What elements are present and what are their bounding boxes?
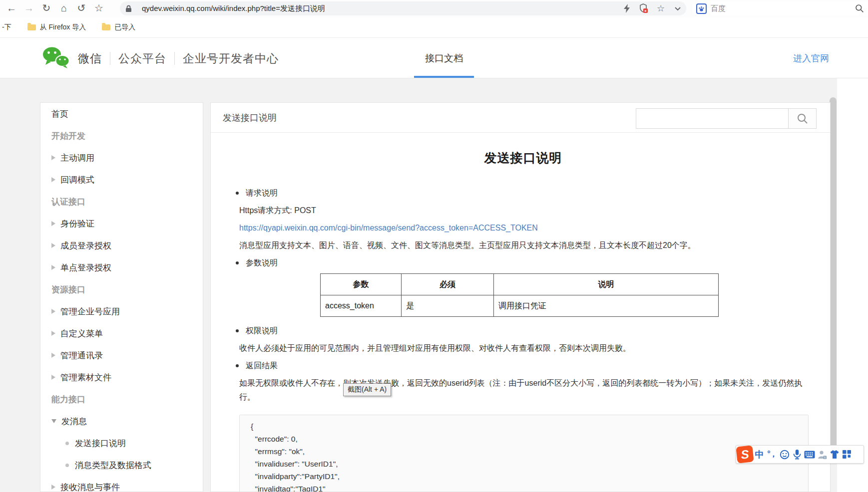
sidebar-item-manage-contacts[interactable]: 管理通讯录 [40, 344, 203, 366]
sidebar-item-send-message[interactable]: 发消息 [40, 410, 203, 432]
col-desc: 说明 [494, 274, 719, 295]
sidebar-item-receive-messages[interactable]: 接收消息与事件 [40, 476, 203, 492]
doc-search-input[interactable] [636, 108, 789, 129]
collapsed-arrow-icon [51, 177, 55, 182]
baidu-search-box[interactable]: 百度 [692, 1, 868, 15]
collapsed-arrow-icon [51, 353, 55, 358]
bullet-dot-icon [65, 464, 69, 467]
site-header: 微信 公众平台 企业号开发者中心 接口文档 进入官网 [0, 38, 868, 78]
forward-icon[interactable]: → [21, 0, 36, 17]
expanded-arrow-icon [51, 419, 56, 423]
cell-desc: 调用接口凭证 [494, 295, 719, 317]
browser-toolbar: ← → ↻ ⌂ ↺ ☆ qydev.weixin.qq.com/wiki/ind… [0, 0, 868, 17]
ime-account-icon[interactable]: S [816, 445, 828, 464]
cell-required: 是 [402, 295, 494, 317]
sidebar-item-member-login-auth[interactable]: 成员登录授权 [40, 235, 203, 256]
section-result-heading: 返回结果 [239, 359, 807, 373]
code-line: "invaliduser": "UserID1", [251, 458, 808, 470]
doc-title-row: 发送接口说明 [211, 103, 830, 133]
sidebar-item-home[interactable]: 首页 [40, 103, 203, 125]
code-line: "errmsg": "ok", [251, 445, 808, 458]
brand: 微信 公众平台 企业号开发者中心 [42, 38, 279, 78]
collapsed-arrow-icon [51, 331, 55, 336]
bookmark-partial[interactable]: -下 [2, 23, 11, 32]
sidebar-section-resource-api: 资源接口 [40, 278, 203, 300]
sidebar-item-identity-verify[interactable]: 身份验证 [40, 213, 203, 235]
sidebar-item-manage-apps[interactable]: 管理企业号应用 [40, 300, 203, 322]
brand-wechat[interactable]: 微信 [78, 51, 102, 66]
bookmarks-bar: -下 从 Firefox 导入 已导入 [0, 17, 868, 38]
brand-devcenter[interactable]: 企业号开发者中心 [183, 51, 279, 66]
params-table: 参数 必须 说明 access_token 是 调用接口凭证 [320, 273, 719, 317]
undo-icon[interactable]: ↺ [74, 0, 89, 17]
ime-punctuation-icon[interactable]: °， [766, 445, 778, 464]
chevron-down-icon[interactable] [669, 1, 686, 15]
refresh-icon[interactable]: ↻ [39, 0, 54, 17]
request-desc: 消息型应用支持文本、图片、语音、视频、文件、图文等消息类型。主页型应用只支持文本… [239, 239, 807, 252]
shield-blocked-icon[interactable]: x [635, 1, 652, 15]
code-line: "invalidtag":"TagID1" [251, 483, 808, 492]
bookmark-folder-firefox[interactable]: 从 Firefox 导入 [27, 23, 86, 32]
sidebar-item-send-api-desc[interactable]: 发送接口说明 [40, 432, 203, 454]
sidebar-item-active-call[interactable]: 主动调用 [40, 147, 203, 169]
code-line: "invalidparty":"PartyID1", [251, 470, 808, 483]
collapsed-arrow-icon [51, 155, 55, 160]
permission-desc: 收件人必须处于应用的可见范围内，并且管理组对应用有使用权限、对收件人有查看权限，… [239, 341, 807, 355]
page-scrollbar[interactable] [830, 97, 837, 449]
collapsed-arrow-icon [51, 485, 55, 490]
collapsed-arrow-icon [51, 375, 55, 380]
ime-keyboard-icon[interactable] [803, 445, 816, 464]
enter-official-site-link[interactable]: 进入官网 [793, 38, 829, 78]
col-required: 必须 [402, 274, 494, 295]
sidebar-nav: 首页 开始开发 主动调用 回调模式 认证接口 身份验证 成员登录授权 单点登录授… [40, 102, 203, 492]
ime-skin-icon[interactable] [828, 445, 841, 464]
ime-toolbox-icon[interactable] [841, 445, 853, 464]
toolbar-search-icon[interactable] [851, 1, 868, 15]
bookmark-star-icon[interactable]: ☆ [91, 0, 106, 17]
home-icon[interactable]: ⌂ [56, 0, 71, 17]
url-text[interactable]: qydev.weixin.qq.com/wiki/index.php?title… [142, 4, 618, 13]
breadcrumb: 发送接口说明 [223, 103, 277, 133]
tab-active-underline [414, 76, 474, 78]
screenshot-tooltip: 截图(Alt + A) [343, 383, 391, 396]
ime-emoji-icon[interactable] [778, 445, 791, 464]
api-endpoint-link[interactable]: https://qyapi.weixin.qq.com/cgi-bin/mess… [239, 224, 538, 232]
bullet-dot-icon [65, 442, 69, 445]
code-line: "errcode": 0, [251, 433, 808, 445]
sidebar-item-message-types[interactable]: 消息类型及数据格式 [40, 454, 203, 476]
browser-window: ← → ↻ ⌂ ↺ ☆ qydev.weixin.qq.com/wiki/ind… [0, 0, 868, 492]
section-permission-heading: 权限说明 [239, 324, 807, 338]
page-star-icon[interactable]: ☆ [652, 1, 669, 15]
sidebar-item-custom-menu[interactable]: 自定义菜单 [40, 322, 203, 344]
baidu-logo-icon [696, 3, 707, 14]
brand-divider [110, 52, 110, 65]
wechat-logo-icon [42, 46, 70, 71]
flash-icon[interactable] [618, 1, 635, 15]
doc-search-button[interactable] [788, 108, 817, 129]
bookmark-folder-imported[interactable]: 已导入 [102, 23, 135, 32]
ime-voice-icon[interactable] [791, 445, 803, 464]
folder-icon [102, 24, 110, 30]
result-desc: 如果无权限或收件人不存在，则本次发送失败，返回无效的userid列表（注：由于u… [239, 376, 806, 404]
sidebar-item-manage-media[interactable]: 管理素材文件 [40, 366, 203, 388]
brand-platform[interactable]: 公众平台 [118, 51, 166, 66]
sidebar-item-callback-mode[interactable]: 回调模式 [40, 169, 203, 191]
collapsed-arrow-icon [51, 265, 55, 270]
sidebar-item-sso-auth[interactable]: 单点登录授权 [40, 256, 203, 278]
brand-divider [174, 52, 175, 65]
url-bar[interactable]: qydev.weixin.qq.com/wiki/index.php?title… [120, 1, 686, 15]
lock-icon [120, 1, 137, 15]
request-method: Https请求方式: POST [239, 204, 807, 218]
table-row: access_token 是 调用接口凭证 [321, 295, 719, 317]
back-icon[interactable]: ← [4, 0, 19, 17]
sogou-logo-icon[interactable]: S [736, 445, 754, 463]
svg-text:x: x [644, 8, 647, 13]
code-block: { "errcode": 0, "errmsg": "ok", "invalid… [239, 415, 809, 492]
doc-body: 发送接口说明 请求说明 Https请求方式: POST https://qyap… [211, 133, 830, 492]
collapsed-arrow-icon [51, 309, 55, 314]
table-header-row: 参数 必须 说明 [321, 274, 719, 295]
section-request-heading: 请求说明 [239, 186, 807, 200]
ime-chinese-mode-icon[interactable]: 中 [753, 445, 766, 464]
cell-param: access_token [321, 295, 402, 317]
tab-api-docs[interactable]: 接口文档 [414, 38, 474, 78]
